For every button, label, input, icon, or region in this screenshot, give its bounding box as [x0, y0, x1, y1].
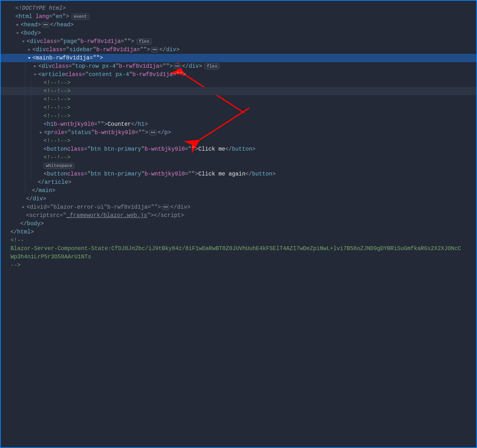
tree-row-script[interactable]: <script src="_framework/blazor.web.js"><… [1, 211, 476, 220]
svg-point-15 [165, 206, 166, 207]
html-open: <html lang="en"> [15, 12, 69, 21]
ellipsis-icon[interactable] [151, 47, 158, 52]
event-badge[interactable]: event [72, 14, 89, 20]
tree-row-div-sidebar[interactable]: <div class="sidebar" b-rwf8v1d1ja=""> </… [1, 46, 476, 54]
tree-row-div-page-close[interactable]: </div> [1, 195, 476, 203]
ellipsis-icon[interactable] [149, 130, 157, 135]
expand-toggle-icon[interactable] [33, 65, 38, 68]
dom-tree[interactable]: <!DOCTYPE html> <html lang="en"> event <… [1, 1, 476, 269]
tree-row-comment[interactable]: <!--!--> [1, 87, 476, 95]
expand-toggle-icon[interactable] [39, 131, 44, 134]
tree-row-comment[interactable]: <!--!--> [1, 79, 476, 87]
svg-point-14 [164, 206, 165, 207]
doctype-text: <!DOCTYPE html> [15, 4, 66, 12]
tree-row-div-page[interactable]: <div class="page" b-rwf8v1d1ja=""> flex [1, 37, 476, 46]
tree-row-comment[interactable]: <!--!--> [1, 112, 476, 120]
tree-row-button-2[interactable]: <button class="btn btn-primary" b-wntbjk… [1, 170, 476, 178]
svg-point-4 [47, 24, 48, 25]
tree-row-h1[interactable]: <h1 b-wntbjky9l0="">Counter</h1> [1, 120, 476, 128]
svg-point-12 [153, 132, 153, 133]
tree-row-head[interactable]: <head> </head> [1, 21, 476, 29]
collapse-toggle-icon[interactable] [33, 73, 38, 76]
svg-point-7 [156, 49, 157, 50]
tree-row-article[interactable]: <article class="content px-4" b-rwf8v1d1… [1, 70, 476, 79]
svg-point-10 [178, 66, 179, 67]
svg-point-2 [44, 24, 45, 25]
tree-row-comment[interactable]: <!--!--> [1, 137, 476, 145]
tree-row-article-close[interactable]: </article> [1, 178, 476, 186]
whitespace-badge[interactable]: whitespace [44, 163, 74, 169]
collapse-toggle-icon[interactable] [22, 40, 26, 43]
tree-row-body-close[interactable]: </body> [1, 220, 476, 228]
collapse-toggle-icon[interactable] [16, 31, 20, 35]
devtools-dom-panel[interactable]: <!DOCTYPE html> <html lang="en"> event <… [0, 0, 477, 448]
svg-point-9 [177, 66, 178, 67]
svg-point-16 [167, 206, 168, 207]
tree-row-html-open[interactable]: <html lang="en"> event [1, 12, 476, 21]
tree-row-main[interactable]: <main b-rwf8v1d1ja=""> [1, 54, 476, 62]
flex-badge[interactable]: flex [205, 63, 219, 69]
tree-row-error-ui[interactable]: <div id="blazor-error-ui" b-rwf8v1d1ja="… [1, 203, 476, 211]
svg-point-5 [153, 49, 154, 50]
tree-row-state-close[interactable]: --> [1, 261, 476, 269]
flex-badge[interactable]: flex [137, 39, 152, 45]
tree-row-div-toprow[interactable]: <div class="top-row px-4" b-rwf8v1d1ja="… [1, 62, 476, 70]
tree-row-comment[interactable]: <!--!--> [1, 95, 476, 104]
tree-row-state-open[interactable]: <!-- [1, 236, 476, 244]
tree-row-doctype[interactable]: <!DOCTYPE html> [1, 4, 476, 12]
tree-row-body-open[interactable]: <body> [1, 29, 476, 37]
svg-point-8 [175, 66, 176, 67]
svg-point-11 [151, 132, 152, 133]
ellipsis-icon[interactable] [42, 22, 49, 28]
tree-row-comment[interactable]: <!--!--> [1, 104, 476, 112]
expand-toggle-icon[interactable] [22, 205, 26, 209]
svg-point-3 [45, 24, 46, 25]
ellipsis-icon[interactable] [174, 64, 181, 69]
tree-row-html-close[interactable]: </html> [1, 228, 476, 236]
tree-row-button-1[interactable]: <button class="btn btn-primary" b-wntbjk… [1, 145, 476, 153]
expand-toggle-icon[interactable] [28, 48, 32, 51]
tree-row-main-close[interactable]: </main> [1, 186, 476, 195]
svg-point-13 [154, 132, 155, 133]
tree-row-comment[interactable]: <!--!--> [1, 153, 476, 162]
svg-point-6 [154, 49, 155, 50]
tree-row-state-text[interactable]: Blazor-Server-Component-State:CfDJ8Jn2bc… [1, 244, 476, 261]
tree-row-p-status[interactable]: <p role="status" b-wntbjky9l0=""> </p> [1, 128, 476, 137]
tree-row-whitespace[interactable]: whitespace [1, 162, 476, 170]
collapse-toggle-icon[interactable] [28, 56, 32, 60]
ellipsis-icon[interactable] [162, 205, 169, 210]
expand-toggle-icon[interactable] [16, 23, 20, 27]
